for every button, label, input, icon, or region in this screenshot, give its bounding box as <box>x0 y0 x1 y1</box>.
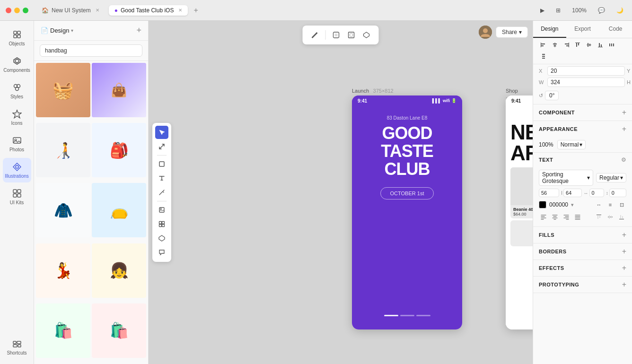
list-item[interactable]: 🧥 <box>36 183 90 237</box>
sidebar-item-illustrations[interactable]: Illustrations <box>3 158 31 182</box>
effects-add[interactable]: + <box>622 264 626 272</box>
text-overflow-ellipsis[interactable]: ⊡ <box>617 200 626 209</box>
distribute-h[interactable] <box>607 40 616 50</box>
shape-tool[interactable] <box>155 217 168 231</box>
list-item[interactable]: 🛍️ <box>92 303 146 358</box>
letter-spacing-input[interactable] <box>589 189 604 197</box>
sidebar-item-photos[interactable]: Photos <box>3 131 31 156</box>
list-item[interactable]: 👝 <box>92 183 146 237</box>
appearance-add[interactable]: + <box>622 125 626 133</box>
align-middle-h[interactable] <box>584 40 594 50</box>
add-tab-button[interactable]: + <box>193 6 198 15</box>
close-button[interactable] <box>6 8 11 13</box>
effects-header[interactable]: EFFECTS + <box>533 260 632 276</box>
text-valign-middle[interactable] <box>606 212 615 222</box>
distribute-v[interactable] <box>539 52 548 61</box>
line-height-input[interactable] <box>563 189 581 197</box>
rect-tool[interactable] <box>155 157 168 171</box>
text-align-expand[interactable]: ↔ <box>594 200 604 209</box>
svg-rect-62 <box>599 216 600 218</box>
list-item[interactable]: 🧑‍🦯 <box>36 123 90 177</box>
borders-add[interactable]: + <box>622 247 626 256</box>
x-input[interactable] <box>547 66 625 76</box>
component-title: COMPONENT <box>539 110 575 115</box>
pen-tool[interactable] <box>155 186 168 199</box>
component-header[interactable]: COMPONENT + <box>533 104 632 121</box>
w-input[interactable] <box>547 78 625 87</box>
text-align-left[interactable] <box>539 212 548 222</box>
sidebar-item-ui-kits[interactable]: UI Kits <box>3 184 31 209</box>
fill-tool-top[interactable] <box>330 28 343 42</box>
sidebar-item-shortcuts[interactable]: Shortcuts <box>3 335 31 359</box>
list-item[interactable]: 👧 <box>92 243 146 298</box>
align-center-v[interactable] <box>550 40 560 50</box>
play-button[interactable]: ▶ <box>537 6 547 15</box>
rotation-value: 0° <box>545 91 559 100</box>
tab-good-taste[interactable]: ● Good Taste Club iOS ✕ <box>109 5 188 16</box>
tab-new-ui-close[interactable]: ✕ <box>96 8 99 13</box>
fills-header[interactable]: FILLS + <box>533 227 632 243</box>
mask-tool-top[interactable] <box>360 28 373 42</box>
share-button[interactable]: Share ▾ <box>496 26 528 38</box>
comment-tool[interactable] <box>155 246 168 259</box>
product-beanie[interactable]: Beanie 404 $64.00 <box>510 167 533 218</box>
text-header[interactable]: TEXT ⚙ <box>533 153 632 167</box>
tab-export[interactable]: Export <box>566 21 599 38</box>
blend-mode-dropdown[interactable]: Normal ▾ <box>557 140 586 149</box>
text-overflow-clip[interactable]: ≡ <box>606 200 615 209</box>
list-item[interactable]: 🎒 <box>92 123 146 177</box>
text-valign-bottom[interactable] <box>617 212 626 222</box>
maximize-button[interactable] <box>23 8 28 13</box>
text-color-swatch[interactable] <box>539 201 546 208</box>
product-card-wide[interactable] <box>510 220 533 246</box>
text-align-center[interactable] <box>550 212 560 222</box>
tab-code[interactable]: Code <box>599 21 632 38</box>
prototyping-header[interactable]: PROTOTYPING + <box>533 277 632 293</box>
minimize-button[interactable] <box>14 8 20 13</box>
align-right[interactable] <box>562 40 571 50</box>
align-top[interactable] <box>573 40 582 50</box>
scale-tool[interactable] <box>155 140 168 153</box>
sidebar-item-styles[interactable]: Styles <box>3 78 31 103</box>
pencil-tool-top[interactable] <box>308 28 322 42</box>
fills-add[interactable]: + <box>622 231 626 239</box>
text-align-right[interactable] <box>562 212 571 222</box>
tab-good-taste-close[interactable]: ✕ <box>178 8 182 13</box>
align-bottom[interactable] <box>596 40 605 50</box>
select-tool[interactable] <box>155 126 168 139</box>
para-spacing-input[interactable] <box>609 189 626 197</box>
tab-new-ui[interactable]: 🏠 New UI System ✕ <box>36 5 105 16</box>
frame-tool-top[interactable] <box>345 28 358 42</box>
component-add[interactable]: + <box>622 108 626 117</box>
line-height-label: I <box>561 191 562 196</box>
grid-button[interactable]: ⊞ <box>553 6 563 15</box>
text-tool[interactable] <box>155 172 168 185</box>
text-settings-icon[interactable]: ⚙ <box>621 156 626 163</box>
search-input[interactable] <box>40 44 142 57</box>
component-tool[interactable] <box>155 232 168 245</box>
tab-design[interactable]: Design <box>533 21 566 38</box>
font-size-input[interactable] <box>539 189 559 197</box>
prototyping-add[interactable]: + <box>622 280 626 289</box>
color-dropdown-icon[interactable]: ▾ <box>571 202 574 208</box>
image-tool[interactable] <box>155 203 168 217</box>
list-item[interactable]: 🧺 <box>36 63 90 117</box>
canvas[interactable]: Share ▾ Launch 375×812 9:41 ▌▌▌ wifi 🔋 <box>149 21 533 364</box>
sidebar-item-icons[interactable]: Icons <box>3 105 31 130</box>
list-item[interactable]: 💃 <box>36 243 90 298</box>
appearance-header[interactable]: APPEARANCE + <box>533 121 632 137</box>
text-align-justify[interactable] <box>573 212 582 222</box>
borders-header[interactable]: BORDERS + <box>533 243 632 260</box>
font-name-dropdown[interactable]: Sporting Grotesque ▾ <box>539 170 593 186</box>
sidebar-item-components[interactable]: Components <box>3 52 31 77</box>
sidebar-item-objects[interactable]: Objects <box>3 26 31 50</box>
font-weight-dropdown[interactable]: Regular ▾ <box>596 173 626 182</box>
list-item[interactable]: 🛍️ <box>36 303 90 358</box>
panel-add-button[interactable]: + <box>136 26 141 35</box>
text-valign-top[interactable] <box>594 212 604 222</box>
list-item[interactable]: 👜 <box>92 63 146 117</box>
zoom-control[interactable]: 100% <box>569 6 589 15</box>
align-left[interactable] <box>539 40 548 50</box>
comment-button[interactable]: 💬 <box>595 6 608 15</box>
dark-mode-button[interactable]: 🌙 <box>614 6 626 15</box>
